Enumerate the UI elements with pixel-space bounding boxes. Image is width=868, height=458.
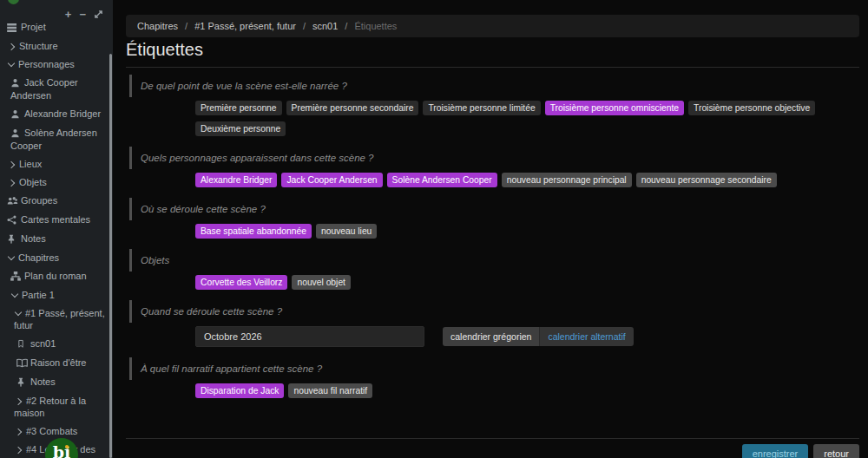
title-divider: [126, 67, 859, 68]
chevron-right-icon: [8, 180, 15, 186]
sidebar-item-label: Structure: [19, 41, 58, 51]
tags-form: De quel point de vue la scène est-elle n…: [126, 75, 859, 409]
question-time: Quand se déroule cette scène ?: [129, 300, 859, 323]
chevron-right-icon: [15, 429, 22, 435]
sidebar-item-label: Chapitres: [18, 252, 59, 263]
main-panel: Chapitres / #1 Passé, présent, futur / s…: [113, 0, 868, 458]
sidebar-item-label: Notes: [21, 233, 46, 244]
sidebar-item-personnages[interactable]: Personnages: [0, 56, 108, 72]
sidebar-item-projet[interactable]: Projet: [0, 19, 108, 36]
sidebar-item-label: Alexandre Bridger: [24, 108, 101, 119]
sidebar-item-chapitres[interactable]: Chapitres: [0, 250, 108, 265]
location-tags-row: Base spatiale abandonnée nouveau lieu: [195, 224, 859, 239]
chevron-down-icon: [8, 253, 15, 260]
sidebar-item-raison-detre[interactable]: Raison d'être: [0, 355, 108, 371]
question-location: Où se déroule cette scène ?: [129, 198, 859, 220]
breadcrumb-separator: /: [185, 21, 187, 31]
zoom-out-icon[interactable]: −: [79, 10, 86, 19]
sitemap-icon: [10, 271, 23, 283]
question-characters: Quels personnages apparaissent dans cett…: [129, 147, 859, 169]
tag-troisieme-personne-limitee[interactable]: Troisième personne limitée: [423, 101, 540, 115]
chevron-right-icon: [8, 43, 15, 50]
tag-troisieme-personne-omnisciente[interactable]: Troisième personne omnisciente: [545, 101, 684, 115]
bars-icon: [7, 22, 19, 34]
tag-jack-cooper-andersen[interactable]: Jack Cooper Andersen: [281, 173, 382, 187]
pin-icon: [7, 233, 19, 245]
sidebar-item-label: Raison d'être: [30, 357, 86, 368]
tag-troisieme-personne-objective[interactable]: Troisième personne objective: [688, 101, 815, 115]
sidebar-item-cartes-mentales[interactable]: Cartes mentales: [0, 212, 108, 228]
sidebar-item-label: Cartes mentales: [21, 214, 90, 225]
sidebar-item-label: Notes: [30, 376, 56, 387]
breadcrumb-separator: /: [345, 21, 347, 31]
share-icon: [7, 214, 19, 226]
scene-date-input[interactable]: [195, 326, 424, 347]
sidebar-item-character-jack[interactable]: Jack Cooper Andersen: [0, 75, 108, 103]
chevron-right-icon: [15, 398, 22, 405]
chevron-right-icon: [15, 447, 22, 454]
sidebar-item-character-alexandre[interactable]: Alexandre Bridger: [0, 106, 108, 122]
sidebar-item-scene-notes[interactable]: Notes: [0, 374, 108, 390]
characters-tags-row: Alexandre Bridger Jack Cooper Andersen S…: [195, 173, 859, 187]
tag-deuxieme-personne[interactable]: Deuxième personne: [195, 121, 286, 136]
tag-alexandre-bridger[interactable]: Alexandre Bridger: [195, 173, 277, 187]
sidebar-item-label: Plan du roman: [24, 271, 87, 281]
sidebar-item-label: #1 Passé, présent, futur: [14, 308, 105, 330]
sidebar-item-label: scn01: [30, 338, 56, 349]
breadcrumb-chapter[interactable]: #1 Passé, présent, futur: [194, 21, 296, 31]
bookmark-icon: [16, 338, 29, 350]
chevron-right-icon: [8, 161, 15, 168]
sidebar-item-objets[interactable]: Objets: [0, 174, 108, 190]
breadcrumb-chapitres[interactable]: Chapitres: [137, 21, 178, 31]
tag-premiere-personne[interactable]: Première personne: [195, 101, 282, 115]
sidebar-item-label: Solène Andersen Cooper: [10, 128, 97, 151]
sidebar-item-plan-du-roman[interactable]: Plan du roman: [0, 268, 108, 285]
sidebar-tree: Projet Structure Personnages Jack Cooper…: [0, 19, 108, 458]
objects-tags-row: Corvette des Veillorz nouvel objet: [195, 275, 859, 290]
new-location-button[interactable]: nouveau lieu: [316, 224, 377, 239]
sidebar-item-notes[interactable]: Notes: [0, 231, 108, 247]
tag-corvette-des-veillorz[interactable]: Corvette des Veillorz: [195, 275, 287, 290]
chevron-down-icon: [11, 291, 18, 298]
question-objects: Objets: [129, 249, 859, 272]
chevron-down-icon: [15, 309, 22, 316]
sidebar-item-label: Lieux: [19, 159, 42, 169]
tag-premiere-personne-secondaire[interactable]: Première personne secondaire: [286, 101, 419, 115]
save-button[interactable]: enregistrer: [742, 444, 809, 458]
tag-disparation-de-jack[interactable]: Disparation de Jack: [195, 383, 284, 398]
footer-divider: [126, 438, 859, 439]
sidebar-item-chapter-3[interactable]: #3 Combats: [0, 423, 108, 439]
tag-base-spatiale-abandonnee[interactable]: Base spatiale abandonnée: [195, 224, 312, 239]
new-main-character-button[interactable]: nouveau personnage principal: [502, 173, 632, 187]
gregorian-calendar-button[interactable]: calendrier grégorien: [443, 327, 539, 346]
sidebar-item-lieux[interactable]: Lieux: [0, 156, 108, 172]
sidebar-item-label: #2 Retour à la maison: [14, 396, 86, 418]
sidebar-item-structure[interactable]: Structure: [0, 38, 108, 54]
sidebar-item-label: Objets: [19, 177, 47, 187]
sidebar-item-partie-1[interactable]: Partie 1: [0, 287, 108, 303]
new-object-button[interactable]: nouvel objet: [292, 275, 351, 290]
green-dot: [8, 0, 19, 4]
footer-buttons: enregistrer retour: [742, 444, 859, 458]
time-row: calendrier grégorien calendrier alternat…: [195, 326, 859, 347]
sidebar-item-label: Personnages: [18, 59, 75, 69]
breadcrumb-scene[interactable]: scn01: [312, 21, 338, 31]
sidebar-item-character-solene[interactable]: Solène Andersen Cooper: [0, 125, 108, 154]
breadcrumb-current: Étiquettes: [354, 21, 397, 31]
back-button[interactable]: retour: [813, 444, 859, 458]
tag-solene-andersen-cooper[interactable]: Solène Andersen Cooper: [387, 173, 497, 187]
sidebar-scrollbar[interactable]: [109, 54, 112, 458]
new-thread-button[interactable]: nouveau fil narratif: [288, 383, 372, 398]
alternative-calendar-button[interactable]: calendrier alternatif: [539, 327, 633, 346]
pov-tags-row: Première personne Première personne seco…: [195, 101, 859, 136]
sidebar-item-chapter-2[interactable]: #2 Retour à la maison: [0, 393, 108, 421]
project-sidebar: + − Projet Structure Personnages Jack Co…: [0, 0, 113, 458]
sidebar-item-groupes[interactable]: Groupes: [0, 193, 108, 209]
sidebar-item-chapter-1[interactable]: #1 Passé, présent, futur: [0, 305, 108, 333]
people-icon: [7, 195, 19, 207]
breadcrumb-separator: /: [303, 21, 306, 31]
zoom-in-icon[interactable]: +: [65, 10, 72, 19]
sidebar-item-scene-scn01[interactable]: scn01: [0, 336, 108, 352]
sidebar-item-label: Projet: [21, 22, 46, 32]
new-secondary-character-button[interactable]: nouveau personnage secondaire: [636, 173, 777, 187]
